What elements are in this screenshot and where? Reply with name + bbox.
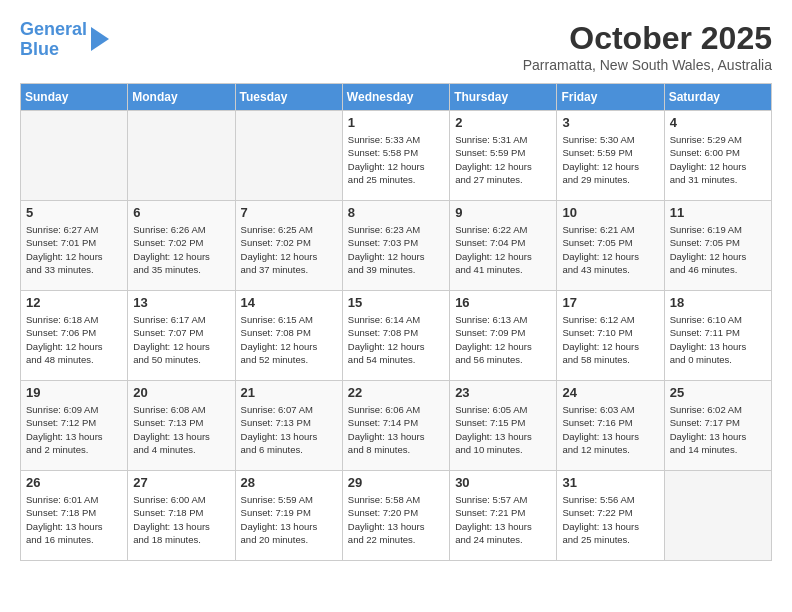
day-info: Sunrise: 6:19 AM Sunset: 7:05 PM Dayligh… [670, 223, 766, 276]
day-info: Sunrise: 6:03 AM Sunset: 7:16 PM Dayligh… [562, 403, 658, 456]
day-number: 6 [133, 205, 229, 220]
calendar-header: SundayMondayTuesdayWednesdayThursdayFrid… [21, 84, 772, 111]
calendar-cell: 6Sunrise: 6:26 AM Sunset: 7:02 PM Daylig… [128, 201, 235, 291]
day-number: 25 [670, 385, 766, 400]
calendar-cell: 14Sunrise: 6:15 AM Sunset: 7:08 PM Dayli… [235, 291, 342, 381]
day-info: Sunrise: 5:58 AM Sunset: 7:20 PM Dayligh… [348, 493, 444, 546]
calendar-cell: 30Sunrise: 5:57 AM Sunset: 7:21 PM Dayli… [450, 471, 557, 561]
day-info: Sunrise: 6:06 AM Sunset: 7:14 PM Dayligh… [348, 403, 444, 456]
calendar-cell: 8Sunrise: 6:23 AM Sunset: 7:03 PM Daylig… [342, 201, 449, 291]
calendar-cell: 20Sunrise: 6:08 AM Sunset: 7:13 PM Dayli… [128, 381, 235, 471]
week-row-4: 19Sunrise: 6:09 AM Sunset: 7:12 PM Dayli… [21, 381, 772, 471]
day-number: 18 [670, 295, 766, 310]
day-number: 8 [348, 205, 444, 220]
day-info: Sunrise: 6:17 AM Sunset: 7:07 PM Dayligh… [133, 313, 229, 366]
day-number: 12 [26, 295, 122, 310]
calendar-cell [128, 111, 235, 201]
day-number: 22 [348, 385, 444, 400]
calendar-cell: 11Sunrise: 6:19 AM Sunset: 7:05 PM Dayli… [664, 201, 771, 291]
calendar-cell: 2Sunrise: 5:31 AM Sunset: 5:59 PM Daylig… [450, 111, 557, 201]
calendar-cell: 26Sunrise: 6:01 AM Sunset: 7:18 PM Dayli… [21, 471, 128, 561]
day-info: Sunrise: 6:10 AM Sunset: 7:11 PM Dayligh… [670, 313, 766, 366]
location: Parramatta, New South Wales, Australia [523, 57, 772, 73]
header-row: SundayMondayTuesdayWednesdayThursdayFrid… [21, 84, 772, 111]
calendar-cell: 19Sunrise: 6:09 AM Sunset: 7:12 PM Dayli… [21, 381, 128, 471]
day-info: Sunrise: 6:15 AM Sunset: 7:08 PM Dayligh… [241, 313, 337, 366]
logo: General Blue [20, 20, 109, 60]
calendar-cell [664, 471, 771, 561]
day-number: 3 [562, 115, 658, 130]
calendar-cell [21, 111, 128, 201]
calendar-cell: 7Sunrise: 6:25 AM Sunset: 7:02 PM Daylig… [235, 201, 342, 291]
day-number: 15 [348, 295, 444, 310]
header-day-sunday: Sunday [21, 84, 128, 111]
calendar-cell: 16Sunrise: 6:13 AM Sunset: 7:09 PM Dayli… [450, 291, 557, 381]
calendar-cell: 9Sunrise: 6:22 AM Sunset: 7:04 PM Daylig… [450, 201, 557, 291]
logo-text: General Blue [20, 20, 87, 60]
day-number: 28 [241, 475, 337, 490]
day-info: Sunrise: 5:33 AM Sunset: 5:58 PM Dayligh… [348, 133, 444, 186]
day-number: 27 [133, 475, 229, 490]
day-number: 4 [670, 115, 766, 130]
calendar-cell: 12Sunrise: 6:18 AM Sunset: 7:06 PM Dayli… [21, 291, 128, 381]
logo-line2: Blue [20, 39, 59, 59]
calendar-cell: 10Sunrise: 6:21 AM Sunset: 7:05 PM Dayli… [557, 201, 664, 291]
day-info: Sunrise: 6:27 AM Sunset: 7:01 PM Dayligh… [26, 223, 122, 276]
calendar-cell: 15Sunrise: 6:14 AM Sunset: 7:08 PM Dayli… [342, 291, 449, 381]
day-info: Sunrise: 6:02 AM Sunset: 7:17 PM Dayligh… [670, 403, 766, 456]
day-info: Sunrise: 6:08 AM Sunset: 7:13 PM Dayligh… [133, 403, 229, 456]
day-info: Sunrise: 6:13 AM Sunset: 7:09 PM Dayligh… [455, 313, 551, 366]
header-day-friday: Friday [557, 84, 664, 111]
day-number: 26 [26, 475, 122, 490]
header-day-wednesday: Wednesday [342, 84, 449, 111]
page-header: General Blue October 2025 Parramatta, Ne… [20, 20, 772, 73]
day-info: Sunrise: 6:18 AM Sunset: 7:06 PM Dayligh… [26, 313, 122, 366]
week-row-1: 1Sunrise: 5:33 AM Sunset: 5:58 PM Daylig… [21, 111, 772, 201]
header-day-tuesday: Tuesday [235, 84, 342, 111]
day-number: 21 [241, 385, 337, 400]
calendar-cell: 17Sunrise: 6:12 AM Sunset: 7:10 PM Dayli… [557, 291, 664, 381]
day-number: 2 [455, 115, 551, 130]
week-row-3: 12Sunrise: 6:18 AM Sunset: 7:06 PM Dayli… [21, 291, 772, 381]
calendar-cell: 27Sunrise: 6:00 AM Sunset: 7:18 PM Dayli… [128, 471, 235, 561]
day-info: Sunrise: 6:26 AM Sunset: 7:02 PM Dayligh… [133, 223, 229, 276]
calendar-cell: 28Sunrise: 5:59 AM Sunset: 7:19 PM Dayli… [235, 471, 342, 561]
day-info: Sunrise: 6:14 AM Sunset: 7:08 PM Dayligh… [348, 313, 444, 366]
day-number: 19 [26, 385, 122, 400]
day-info: Sunrise: 6:09 AM Sunset: 7:12 PM Dayligh… [26, 403, 122, 456]
day-info: Sunrise: 6:21 AM Sunset: 7:05 PM Dayligh… [562, 223, 658, 276]
calendar-cell: 29Sunrise: 5:58 AM Sunset: 7:20 PM Dayli… [342, 471, 449, 561]
calendar-cell: 18Sunrise: 6:10 AM Sunset: 7:11 PM Dayli… [664, 291, 771, 381]
day-info: Sunrise: 6:00 AM Sunset: 7:18 PM Dayligh… [133, 493, 229, 546]
calendar-cell: 24Sunrise: 6:03 AM Sunset: 7:16 PM Dayli… [557, 381, 664, 471]
day-number: 17 [562, 295, 658, 310]
header-day-monday: Monday [128, 84, 235, 111]
day-number: 11 [670, 205, 766, 220]
day-info: Sunrise: 6:01 AM Sunset: 7:18 PM Dayligh… [26, 493, 122, 546]
calendar-cell: 5Sunrise: 6:27 AM Sunset: 7:01 PM Daylig… [21, 201, 128, 291]
calendar-cell: 31Sunrise: 5:56 AM Sunset: 7:22 PM Dayli… [557, 471, 664, 561]
logo-line1: General [20, 19, 87, 39]
calendar-cell: 25Sunrise: 6:02 AM Sunset: 7:17 PM Dayli… [664, 381, 771, 471]
month-title: October 2025 [523, 20, 772, 57]
day-info: Sunrise: 5:31 AM Sunset: 5:59 PM Dayligh… [455, 133, 551, 186]
calendar-cell: 21Sunrise: 6:07 AM Sunset: 7:13 PM Dayli… [235, 381, 342, 471]
day-number: 13 [133, 295, 229, 310]
calendar-table: SundayMondayTuesdayWednesdayThursdayFrid… [20, 83, 772, 561]
day-info: Sunrise: 6:23 AM Sunset: 7:03 PM Dayligh… [348, 223, 444, 276]
day-info: Sunrise: 6:12 AM Sunset: 7:10 PM Dayligh… [562, 313, 658, 366]
calendar-cell: 22Sunrise: 6:06 AM Sunset: 7:14 PM Dayli… [342, 381, 449, 471]
day-number: 23 [455, 385, 551, 400]
day-info: Sunrise: 5:56 AM Sunset: 7:22 PM Dayligh… [562, 493, 658, 546]
day-number: 20 [133, 385, 229, 400]
calendar-cell: 23Sunrise: 6:05 AM Sunset: 7:15 PM Dayli… [450, 381, 557, 471]
day-info: Sunrise: 6:25 AM Sunset: 7:02 PM Dayligh… [241, 223, 337, 276]
day-number: 16 [455, 295, 551, 310]
calendar-cell: 1Sunrise: 5:33 AM Sunset: 5:58 PM Daylig… [342, 111, 449, 201]
day-number: 14 [241, 295, 337, 310]
header-day-thursday: Thursday [450, 84, 557, 111]
logo-arrow-icon [91, 27, 109, 51]
day-info: Sunrise: 5:57 AM Sunset: 7:21 PM Dayligh… [455, 493, 551, 546]
day-info: Sunrise: 6:22 AM Sunset: 7:04 PM Dayligh… [455, 223, 551, 276]
calendar-cell: 3Sunrise: 5:30 AM Sunset: 5:59 PM Daylig… [557, 111, 664, 201]
